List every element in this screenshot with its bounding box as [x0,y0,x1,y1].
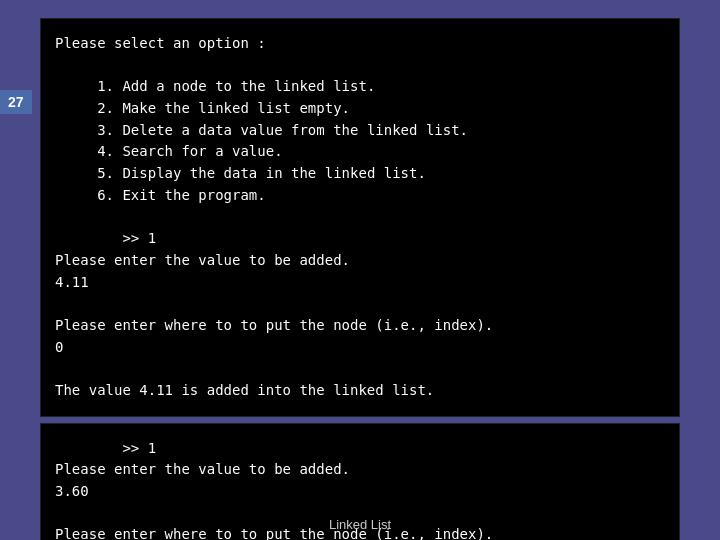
bottom-label: Linked List [329,517,391,532]
slide-number-badge: 27 [0,90,32,114]
main-container: Please select an option : 1. Add a node … [40,18,680,540]
terminal-block-1: Please select an option : 1. Add a node … [40,18,680,417]
terminal-text-1: Please select an option : 1. Add a node … [55,33,665,402]
